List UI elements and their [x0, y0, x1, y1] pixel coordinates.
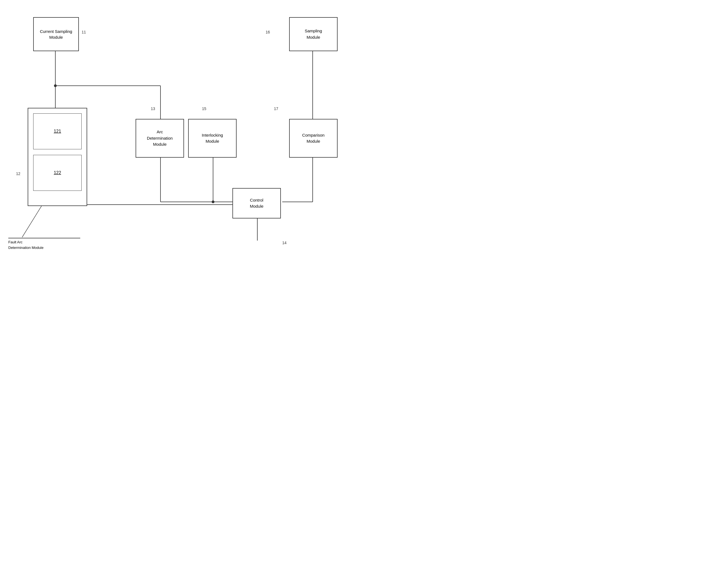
sub-121-label: 121 — [54, 128, 61, 134]
ref-14: 14 — [282, 241, 287, 245]
control-label: ControlModule — [250, 197, 263, 210]
diagram-container: Current Sampling Module 11 121 122 12 Fa… — [0, 0, 364, 290]
ref-17: 17 — [274, 107, 278, 111]
ref-13: 13 — [151, 107, 155, 111]
arc-determination-label: ArcDeterminationModule — [147, 129, 173, 148]
interlocking-module: InterlockingModule — [188, 119, 237, 158]
junction-dot-1 — [54, 84, 57, 87]
current-sampling-label: Current Sampling Module — [34, 28, 78, 40]
arc-determination-module: ArcDeterminationModule — [136, 119, 184, 158]
ref-12: 12 — [16, 171, 21, 176]
comparison-module: ComparisonModule — [289, 119, 338, 158]
ref-16: 16 — [266, 30, 270, 34]
sub-module-121: 121 — [33, 113, 82, 149]
sampling-module: SamplingModule — [289, 17, 338, 51]
sampling-label: SamplingModule — [305, 28, 322, 40]
ref-11: 11 — [82, 30, 86, 34]
junction-dot-2 — [212, 200, 214, 203]
fault-arc-label-area: Fault ArcDetermination Module — [8, 238, 80, 250]
current-sampling-module: Current Sampling Module — [33, 17, 79, 51]
control-module: ControlModule — [232, 188, 281, 218]
interlocking-label: InterlockingModule — [202, 132, 223, 145]
fault-arc-label: Fault ArcDetermination Module — [8, 240, 44, 250]
sub-module-122: 122 — [33, 155, 82, 191]
sub-122-label: 122 — [54, 170, 61, 176]
ref-15: 15 — [202, 107, 206, 111]
comparison-label: ComparisonModule — [302, 132, 324, 145]
